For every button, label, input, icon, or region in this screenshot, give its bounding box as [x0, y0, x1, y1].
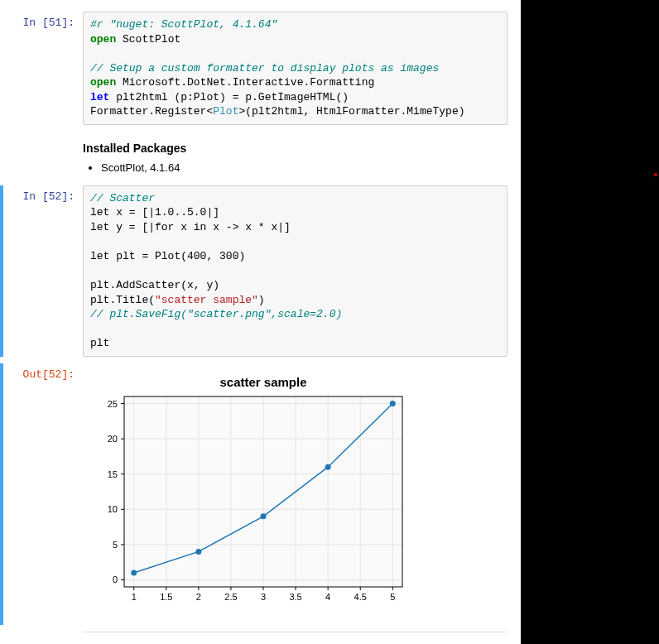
scatter-chart: 11.522.533.544.550510152025scatter sampl… [83, 370, 414, 618]
output-cell: Installed Packages ScottPlot, 4.1.64 [0, 132, 521, 177]
input-prompt: In [51]: [8, 12, 83, 125]
notebook-area: In [51]: #r "nuget: ScottPlot, 4.1.64" o… [0, 0, 521, 644]
chart-output: 11.522.533.544.550510152025scatter sampl… [83, 367, 507, 625]
in-label: In [23, 190, 36, 203]
svg-text:15: 15 [108, 469, 118, 479]
exec-count: [51]: [42, 17, 75, 29]
svg-text:scatter sample: scatter sample [219, 375, 306, 389]
svg-text:2.5: 2.5 [224, 592, 237, 602]
package-item: ScottPlot, 4.1.64 [101, 161, 507, 174]
out-label: Out[52]: [23, 368, 75, 381]
code-cell[interactable]: In [51]: #r "nuget: ScottPlot, 4.1.64" o… [0, 12, 521, 125]
svg-text:1.5: 1.5 [160, 592, 172, 602]
svg-text:25: 25 [108, 398, 118, 408]
svg-point-49 [195, 549, 201, 555]
svg-point-51 [325, 464, 331, 470]
svg-text:3.5: 3.5 [289, 592, 301, 602]
packages-list: ScottPlot, 4.1.64 [101, 161, 507, 174]
svg-text:5: 5 [390, 592, 395, 602]
svg-text:4: 4 [325, 592, 330, 602]
exec-count: [52]: [42, 190, 75, 203]
output-cell: Out[52]: 11.522.533.544.550510152025scat… [0, 363, 521, 625]
svg-text:4.5: 4.5 [354, 592, 367, 602]
svg-text:1: 1 [132, 592, 137, 602]
code-cell-selected[interactable]: In [52]: // Scatter let x = [|1.0..5.0|]… [0, 185, 521, 357]
svg-text:0: 0 [113, 574, 118, 584]
svg-text:10: 10 [108, 504, 118, 514]
output-prompt: Out[52]: [8, 363, 83, 625]
svg-text:2: 2 [196, 592, 201, 602]
svg-point-52 [390, 401, 396, 406]
empty-prompt [8, 132, 83, 177]
cell-divider [83, 632, 507, 632]
svg-point-48 [131, 570, 137, 575]
svg-text:5: 5 [113, 540, 118, 550]
marker-dot [654, 173, 657, 176]
in-label: In [23, 17, 36, 29]
code-input[interactable]: #r "nuget: ScottPlot, 4.1.64" open Scott… [83, 12, 507, 125]
svg-point-50 [261, 513, 267, 519]
input-prompt: In [52]: [8, 185, 83, 357]
svg-text:3: 3 [261, 592, 266, 602]
output-text: Installed Packages ScottPlot, 4.1.64 [83, 132, 507, 177]
code-input[interactable]: // Scatter let x = [|1.0..5.0|] let y = … [83, 185, 507, 357]
svg-text:20: 20 [108, 434, 118, 444]
installed-packages-heading: Installed Packages [83, 142, 507, 155]
